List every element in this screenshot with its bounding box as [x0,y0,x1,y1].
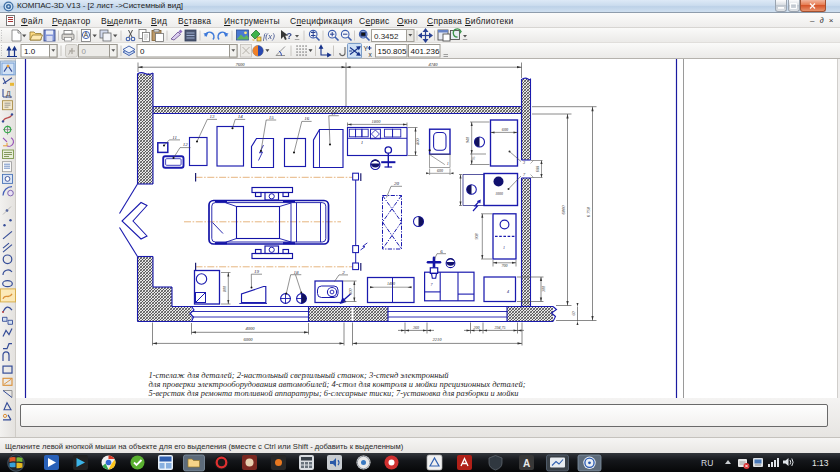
svg-text:150.805: 150.805 [378,47,407,56]
svg-text:15: 15 [269,115,275,120]
svg-text:A: A [84,31,89,38]
svg-text:394,75: 394,75 [495,325,506,331]
svg-text:7: 7 [523,172,526,177]
svg-text:600: 600 [535,165,540,172]
svg-text:0: 0 [82,47,87,56]
svg-text:6000: 6000 [561,205,566,215]
svg-text:1: 1 [361,140,364,145]
svg-text:360: 360 [413,325,419,330]
svg-text:17: 17 [331,111,337,116]
svg-text:200: 200 [474,325,480,330]
svg-text:18: 18 [294,270,300,275]
svg-text:6: 6 [440,249,443,254]
svg-text:19: 19 [254,269,260,274]
svg-text:1:13: 1:13 [812,458,829,468]
svg-text:1: 1 [447,161,449,166]
svg-text:RU: RU [701,458,713,468]
svg-text:1: 1 [503,245,505,250]
svg-text:A: A [523,458,530,469]
svg-text:5-верстак для ремонта топливно: 5-верстак для ремонта топливной аппарату… [149,389,519,398]
svg-text:12: 12 [183,142,189,147]
svg-text:0.3452: 0.3452 [374,32,399,41]
svg-text:?: ? [287,31,293,41]
svg-text:60: 60 [571,312,576,316]
svg-text:20: 20 [394,181,400,186]
svg-text:300: 300 [541,286,546,292]
svg-text:940: 940 [465,137,470,143]
svg-text:x: x [369,51,373,58]
svg-text:13: 13 [210,114,216,119]
svg-text:Д: Д [6,90,11,98]
svg-text:6000: 6000 [243,337,253,342]
svg-text:2210: 2210 [432,337,442,342]
svg-text:1400: 1400 [387,281,395,286]
svg-text:800: 800 [415,137,420,144]
svg-text:600: 600 [437,168,443,173]
svg-text:11: 11 [172,135,177,140]
svg-text:4740: 4740 [428,62,438,67]
svg-text:1800: 1800 [372,119,382,124]
svg-text:600: 600 [502,127,509,132]
svg-text:6 750: 6 750 [586,206,591,217]
svg-text:f(x): f(x) [263,31,275,41]
svg-text:1.0: 1.0 [24,47,36,56]
svg-text:700: 700 [502,263,508,268]
svg-text:4: 4 [507,289,509,294]
svg-text:1000: 1000 [495,192,503,196]
svg-text:7: 7 [431,282,434,287]
svg-text:0: 0 [140,47,145,56]
svg-text:2: 2 [342,270,345,275]
svg-text:7600: 7600 [235,62,245,67]
svg-text:400: 400 [348,289,353,295]
svg-text:14: 14 [238,114,244,119]
svg-text:401.236: 401.236 [411,47,440,56]
svg-text:16: 16 [304,116,310,121]
svg-text:3: 3 [523,160,525,165]
svg-text:800: 800 [222,286,227,292]
svg-text:908: 908 [474,234,479,240]
svg-text:76: 76 [472,157,476,161]
svg-text:4000: 4000 [245,326,255,331]
